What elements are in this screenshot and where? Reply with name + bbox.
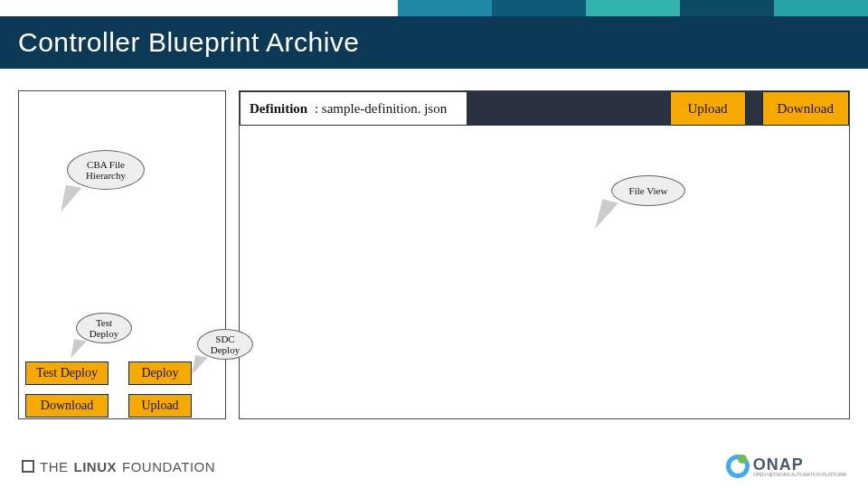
upload-button-bottom[interactable]: Upload	[128, 394, 192, 418]
onap-sub: OPEN NETWORK AUTOMATION PLATFORM	[753, 473, 846, 477]
title-bar: Controller Blueprint Archive	[0, 16, 868, 69]
download-button[interactable]: Download	[762, 91, 850, 126]
definition-label: Definition : sample-definition. json	[240, 91, 467, 126]
header-decor-stripes	[398, 0, 868, 16]
callout-sdc-deploy: SDC Deploy	[197, 329, 253, 360]
onap-ring-icon	[726, 455, 750, 478]
test-deploy-button[interactable]: Test Deploy	[25, 361, 108, 385]
download-button-bottom[interactable]: Download	[25, 394, 108, 418]
footer-text-the: THE	[40, 459, 69, 474]
callout-cba-hierarchy: CBA File Hierarchy	[67, 150, 145, 190]
upload-button[interactable]: Upload	[670, 91, 746, 126]
square-icon	[22, 460, 34, 473]
main-panel: Definition : sample-definition. json Upl…	[239, 90, 850, 419]
footer-text-foundation: FOUNDATION	[122, 459, 215, 474]
page-title: Controller Blueprint Archive	[18, 27, 360, 58]
definition-bar: Definition : sample-definition. json Upl…	[240, 91, 849, 126]
footer: THE LINUX FOUNDATION ONAP OPEN NETWORK A…	[0, 445, 868, 488]
onap-logo: ONAP OPEN NETWORK AUTOMATION PLATFORM	[726, 455, 846, 478]
onap-brand: ONAP	[753, 456, 846, 473]
callout-test-deploy: Test Deploy	[76, 313, 132, 343]
definition-key: Definition	[250, 101, 307, 117]
deploy-button[interactable]: Deploy	[128, 361, 192, 385]
definition-colon: :	[311, 101, 322, 117]
callout-file-view: File View	[611, 175, 685, 206]
linux-foundation-logo: THE LINUX FOUNDATION	[22, 459, 215, 474]
definition-value: sample-definition. json	[322, 101, 447, 117]
footer-text-linux: LINUX	[74, 459, 118, 474]
